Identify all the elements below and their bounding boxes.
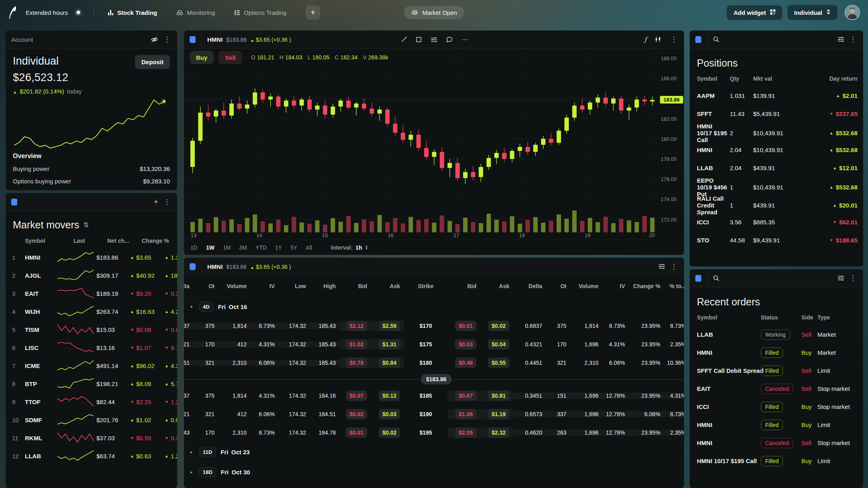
deposit-button[interactable]: Deposit	[135, 55, 170, 69]
options-row[interactable]: 0.44513212,3106.06%174.32185.43$0.78$0.8…	[184, 354, 684, 372]
bid-cell[interactable]: $0.01	[447, 321, 480, 331]
ask-cell[interactable]: $0.02	[371, 427, 404, 438]
mover-row[interactable]: 4WIJH$263.74▲$16.63▲4.22%	[6, 303, 177, 321]
ask-cell[interactable]: $1.19	[480, 409, 513, 419]
timeframe-5y[interactable]: 5Y	[290, 244, 297, 251]
position-row[interactable]: ICCI3.56$885.35▼$62.01	[690, 213, 863, 231]
expiration-group-row[interactable]: ▾4DFri Oct 16	[184, 297, 684, 317]
add-symbol-icon[interactable]: +	[154, 197, 158, 206]
bid-cell[interactable]: $0.02	[340, 409, 371, 419]
comment-icon[interactable]	[446, 37, 453, 43]
order-row[interactable]: HMNIFilledBuyLimit	[690, 416, 863, 434]
timeframe-1d[interactable]: 1D	[190, 244, 198, 251]
options-row[interactable]: 0.43213214126.06%174.32184.51$0.02$0.03$…	[184, 405, 684, 423]
order-row[interactable]: HMNI 10/17 $195 CallFilledBuyLimit	[690, 452, 863, 470]
position-row[interactable]: LLAB2.04$439.91▲$12.01	[690, 159, 863, 177]
options-row[interactable]: 0.43211704124.31%174.32185.43$1.02$1.31$…	[184, 335, 684, 354]
timeframe-3m[interactable]: 3M	[239, 244, 247, 251]
mover-row[interactable]: 9TTOF$82.44▼$2.25▼1.26%	[6, 393, 177, 411]
draw-line-icon[interactable]	[401, 37, 407, 43]
ask-cell[interactable]: $0.04	[480, 339, 513, 350]
eye-off-icon[interactable]	[151, 36, 158, 43]
bid-cell[interactable]: $0.78	[340, 358, 371, 368]
ask-cell[interactable]: $0.55	[480, 358, 513, 368]
bid-cell[interactable]: $1.06	[447, 409, 480, 419]
options-row[interactable]: 0.76431702,3108.73%174.32184.78$0.01$0.0…	[184, 423, 684, 442]
expiration-group-row[interactable]: ▸11DFri Oct 23	[184, 442, 684, 462]
movers-kebab-menu[interactable]: ⋮	[162, 198, 172, 206]
order-row[interactable]: HMNICanceledSellStop market	[690, 434, 863, 452]
expiration-group-row[interactable]: ▸18DFri Oct 30	[184, 462, 684, 482]
position-row[interactable]: AAPM1.031$139.91▲$2.01	[690, 87, 863, 105]
bid-cell[interactable]: $2.05	[447, 427, 480, 438]
options-row[interactable]: 0.68373751,8148.73%174.32185.43$2.12$2.5…	[184, 317, 684, 335]
extended-hours-toggle[interactable]	[77, 11, 80, 14]
orders-kebab-menu[interactable]: ⋮	[848, 274, 858, 283]
timeframe-1m[interactable]: 1M	[223, 244, 231, 251]
indicators-sliders-icon[interactable]	[431, 37, 437, 43]
ask-cell[interactable]: $0.12	[371, 390, 404, 401]
rectangle-tool-icon[interactable]	[416, 37, 422, 43]
account-kebab-menu[interactable]: ⋮	[162, 35, 172, 44]
bid-cell[interactable]: $1.02	[340, 339, 371, 350]
filter-sliders-icon[interactable]	[837, 275, 844, 281]
bid-cell[interactable]: $0.67	[447, 390, 480, 401]
timeframe-1y[interactable]: 1Y	[275, 244, 282, 251]
candle-style-icon[interactable]	[655, 36, 661, 43]
interval-selector[interactable]: Interval:1h▲▼	[331, 244, 368, 251]
position-row[interactable]: RALI Call Credit Spread1$439.91▲$20.01	[690, 195, 863, 213]
search-icon[interactable]	[713, 36, 719, 43]
ask-cell[interactable]: $2.59	[371, 321, 404, 331]
timeframe-1w[interactable]: 1W	[206, 244, 214, 251]
mover-row[interactable]: 3EAIT$189.18▼$9.20▼0.23%	[6, 285, 177, 303]
widget-handle[interactable]	[695, 36, 701, 43]
add-tab-button[interactable]: +	[306, 5, 320, 20]
ask-cell[interactable]: $0.03	[371, 409, 404, 419]
functions-icon[interactable]: ƒ	[644, 36, 647, 43]
mover-row[interactable]: 12LLAB$63.74▲$0.63▲1.27%	[6, 447, 177, 465]
mover-row[interactable]: 6LISC$13.16▼$1.07▼9.16%	[6, 339, 177, 357]
mover-row[interactable]: 7ICME$491.14▲$96.02▲4.38%	[6, 357, 177, 375]
filter-sliders-icon[interactable]	[658, 264, 665, 269]
mover-row[interactable]: 5TISM$15.03▼$0.08▼0.03%	[6, 321, 177, 339]
order-row[interactable]: SFFT Call Debit SpreadFilledSellLimit	[690, 362, 863, 380]
ask-cell[interactable]: $1.31	[371, 339, 404, 350]
ask-cell[interactable]: $0.84	[371, 358, 404, 368]
bid-cell[interactable]: $2.12	[340, 321, 371, 331]
candlestick-chart[interactable]: 1314151617181920	[184, 49, 658, 240]
tab-options-trading[interactable]: Options Trading	[234, 9, 286, 16]
bid-cell[interactable]: $0.07	[340, 390, 371, 401]
order-row[interactable]: HMNIFilledBuyMarket	[690, 344, 863, 362]
sell-button[interactable]: Sell	[219, 51, 242, 64]
mover-row[interactable]: 10SDMF$201.76▲$1.02▲0.02%	[6, 411, 177, 429]
ask-cell[interactable]: $2.32	[480, 427, 513, 438]
chart-kebab-menu[interactable]: ⋮	[669, 35, 678, 44]
avatar[interactable]	[845, 5, 860, 20]
bid-cell[interactable]: $0.01	[340, 427, 371, 438]
ask-cell[interactable]: $0.81	[480, 390, 513, 401]
order-row[interactable]: ICCIFilledBuyStop market	[690, 398, 863, 416]
widget-handle[interactable]	[190, 263, 196, 270]
mover-row[interactable]: 11RKML$37.03▼$0.59▼0.31%	[6, 429, 177, 447]
order-row[interactable]: EAITCanceledSellStop market	[690, 380, 863, 398]
more-tools-icon[interactable]: ⋯	[462, 36, 468, 43]
widget-handle[interactable]	[190, 36, 196, 43]
position-row[interactable]: EEPO 10/19 $456 Put1$10,439.91▲$532.68	[690, 177, 863, 195]
mover-row[interactable]: 2AJGL$309.17▲$40.92▲18.11%	[6, 266, 177, 285]
order-row[interactable]: LLABWorkingSellMarket	[690, 325, 863, 344]
timeframe-ytd[interactable]: YTD	[255, 244, 267, 251]
search-icon[interactable]	[713, 275, 719, 281]
timeframe-all[interactable]: All	[306, 244, 312, 251]
positions-kebab-menu[interactable]: ⋮	[848, 35, 858, 44]
filter-sliders-icon[interactable]	[837, 37, 844, 42]
position-row[interactable]: STO44.58$9,439.91▼$188.65	[690, 231, 863, 249]
ask-cell[interactable]: $0.02	[480, 321, 513, 331]
bid-cell[interactable]: $0.03	[447, 339, 480, 350]
position-row[interactable]: HMNI2.04$10,439.91▲$532.68	[690, 141, 863, 159]
add-widget-button[interactable]: Add widget	[727, 5, 782, 20]
sort-icon[interactable]: ⇅	[83, 221, 89, 229]
mover-row[interactable]: 8BTP$198.21▲$8.09▲5.77%	[6, 375, 177, 393]
widget-handle[interactable]	[695, 275, 701, 282]
mover-row[interactable]: 1HMNI$183.86▲$3.65▲1.36%	[6, 248, 177, 266]
tab-stock-trading[interactable]: Stock Trading	[108, 9, 157, 16]
